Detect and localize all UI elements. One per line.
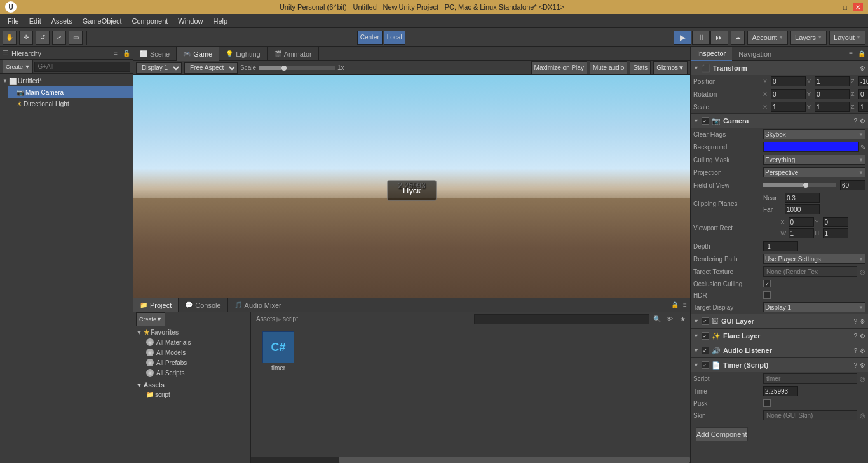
scale-x-input[interactable]	[771, 102, 806, 112]
inspector-menu-icon[interactable]: ≡	[846, 50, 855, 57]
add-component-button[interactable]: Add Component	[696, 427, 748, 441]
aspect-select[interactable]: Free Aspect	[184, 62, 238, 74]
clear-flags-dropdown[interactable]: Skybox ▼	[763, 129, 865, 139]
close-button[interactable]: ✕	[853, 3, 863, 11]
project-scroll-thumb[interactable]	[339, 457, 690, 463]
tab-lighting[interactable]: 💡 Lighting	[219, 47, 268, 61]
menu-component[interactable]: Component	[126, 16, 173, 26]
camera-header[interactable]: ▼ ✓ 📷 Camera ? ⚙	[691, 114, 868, 128]
scale-tool-button[interactable]: ⤢	[52, 31, 66, 45]
maximize-on-play-button[interactable]: Maximize on Play	[531, 61, 587, 75]
account-dropdown[interactable]: Account ▼	[747, 31, 788, 45]
center-pivot-button[interactable]: Center	[357, 31, 383, 45]
scale-z-input[interactable]	[858, 102, 868, 112]
tab-inspector[interactable]: Inspector	[691, 47, 732, 61]
tab-audiomixer[interactable]: 🎵 Audio Mixer	[228, 298, 288, 312]
rot-x-input[interactable]	[771, 89, 806, 99]
rot-z-input[interactable]	[858, 89, 868, 99]
display-select[interactable]: Display 1	[136, 62, 182, 74]
breadcrumb-script[interactable]: script	[283, 315, 298, 322]
culling-mask-dropdown[interactable]: Everything ▼	[763, 155, 865, 165]
gui-layer-info-icon[interactable]: ?	[853, 318, 857, 325]
timer-script-info-icon[interactable]: ?	[853, 362, 857, 369]
hierarchy-menu-icon[interactable]: ≡	[114, 50, 118, 57]
rotate-tool-button[interactable]: ↺	[36, 31, 50, 45]
near-input[interactable]	[785, 193, 820, 203]
hierarchy-search-input[interactable]	[34, 62, 130, 72]
project-search-input[interactable]	[474, 314, 649, 324]
camera-enabled-checkbox[interactable]: ✓	[702, 117, 709, 125]
background-color-field[interactable]	[763, 142, 859, 152]
fav-item-allprefabs[interactable]: ◉ All Prefabs	[136, 357, 248, 368]
menu-window[interactable]: Window	[173, 16, 208, 26]
camera-info-icon[interactable]: ?	[853, 118, 857, 125]
fov-thumb[interactable]	[803, 183, 808, 188]
favorites-title[interactable]: ▼ ★ Favorites	[136, 328, 248, 337]
menu-help[interactable]: Help	[208, 16, 233, 26]
assets-item-script[interactable]: 📁 script	[136, 390, 248, 399]
scale-slider[interactable]	[259, 66, 335, 70]
timer-script-header[interactable]: ▼ ✓ 📄 Timer (Script) ? ⚙	[691, 358, 868, 372]
fav-item-allmodels[interactable]: ◉ All Models	[136, 347, 248, 357]
gizmos-button[interactable]: Gizmos ▼	[653, 61, 688, 75]
breadcrumb-assets[interactable]: Assets	[256, 315, 275, 322]
tab-project[interactable]: 📁 Project	[133, 298, 179, 312]
scale-y-input[interactable]	[815, 102, 850, 112]
transform-header[interactable]: ▼ ⬛ Transform ⚙	[691, 61, 868, 75]
audio-listener-enabled-checkbox[interactable]: ✓	[702, 347, 709, 354]
play-button[interactable]: ▶	[674, 31, 691, 45]
game-play-button[interactable]: Пуск	[387, 180, 437, 201]
gui-layer-enabled-checkbox[interactable]: ✓	[702, 317, 709, 325]
pusk-checkbox[interactable]	[763, 399, 771, 407]
target-texture-lock-icon[interactable]: ◎	[860, 268, 865, 275]
audio-listener-header[interactable]: ▼ ✓ 🔊 Audio Listener ? ⚙	[691, 343, 868, 357]
fov-slider[interactable]	[763, 183, 836, 187]
stats-button[interactable]: Stats	[630, 61, 651, 75]
rendering-path-dropdown[interactable]: Use Player Settings ▼	[763, 254, 865, 264]
hierarchy-item-untitled[interactable]: ▼ ⬜ Untitled*	[0, 75, 133, 86]
minimize-button[interactable]: —	[827, 3, 837, 11]
audio-listener-settings-icon[interactable]: ⚙	[860, 347, 865, 354]
rect-tool-button[interactable]: ▭	[69, 31, 83, 45]
menu-assets[interactable]: Assets	[46, 16, 78, 26]
menu-file[interactable]: File	[3, 16, 24, 26]
timer-script-enabled-checkbox[interactable]: ✓	[702, 361, 709, 369]
rot-y-input[interactable]	[815, 89, 850, 99]
tab-animator[interactable]: 🎬 Animator	[268, 47, 319, 61]
hierarchy-lock-icon[interactable]: 🔒	[123, 50, 130, 57]
hdr-checkbox[interactable]	[763, 291, 771, 299]
projection-dropdown[interactable]: Perspective ▼	[763, 167, 865, 177]
vp-x-input[interactable]	[789, 217, 814, 227]
hand-tool-button[interactable]: ✋	[3, 31, 17, 45]
tab-navigation[interactable]: Navigation	[732, 47, 778, 61]
scale-thumb[interactable]	[281, 66, 287, 71]
target-texture-field[interactable]: None (Render Tex	[763, 266, 857, 277]
far-input[interactable]	[785, 204, 820, 214]
skin-field[interactable]: None (GUI Skin)	[763, 410, 857, 420]
fav-item-allmaterials[interactable]: ◉ All Materials	[136, 337, 248, 347]
pos-y-input[interactable]	[815, 76, 850, 86]
step-button[interactable]: ⏭	[710, 31, 728, 45]
hierarchy-item-directionallight[interactable]: ☀ Directional Light	[8, 98, 133, 109]
pos-z-input[interactable]	[858, 76, 868, 86]
audio-listener-info-icon[interactable]: ?	[853, 347, 857, 354]
gui-layer-settings-icon[interactable]: ⚙	[860, 318, 865, 325]
script-lock-icon[interactable]: ◎	[860, 375, 865, 382]
flare-layer-settings-icon[interactable]: ⚙	[860, 333, 865, 340]
maximize-button[interactable]: □	[840, 3, 850, 11]
depth-input[interactable]	[763, 241, 798, 251]
target-display-dropdown[interactable]: Display 1 ▼	[763, 302, 865, 312]
vp-h-input[interactable]	[823, 228, 848, 238]
occlusion-checkbox[interactable]: ✓	[763, 280, 771, 287]
menu-edit[interactable]: Edit	[24, 16, 46, 26]
cloud-button[interactable]: ☁	[731, 31, 745, 45]
bottom-menu-icon[interactable]: ≡	[680, 300, 690, 310]
mute-audio-button[interactable]: Mute audio	[590, 61, 627, 75]
assets-title[interactable]: ▼ Assets	[136, 380, 248, 390]
tab-scene[interactable]: ⬜ Scene	[133, 47, 177, 61]
layers-dropdown[interactable]: Layers ▼	[790, 31, 827, 45]
gui-layer-header[interactable]: ▼ ✓ 🖼 GUI Layer ? ⚙	[691, 314, 868, 328]
camera-settings-icon[interactable]: ⚙	[860, 118, 865, 125]
fov-input[interactable]	[840, 180, 865, 190]
script-field[interactable]: timer	[763, 373, 857, 384]
